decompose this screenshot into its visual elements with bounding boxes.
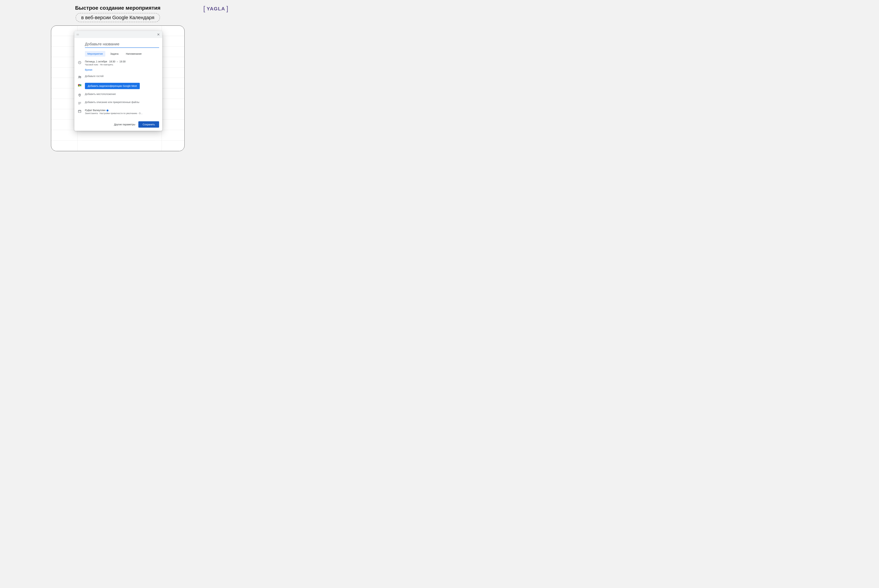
svg-point-4 <box>80 76 81 77</box>
guests-placeholder: Добавьте гостей <box>85 75 159 78</box>
location-icon <box>78 93 82 97</box>
tab-reminder[interactable]: Напоминание <box>123 51 144 57</box>
brand-logo: [ YAGLA ] <box>203 5 228 12</box>
calendar-settings-text: Занят/занята · Настройки приватности по … <box>85 112 152 115</box>
close-icon[interactable] <box>157 33 160 36</box>
svg-rect-7 <box>78 85 79 86</box>
screenshot-frame: Мероприятие Задача Напоминание Пятница, … <box>51 26 184 151</box>
guests-row[interactable]: Добавьте гостей <box>78 75 159 79</box>
svg-point-3 <box>79 76 80 77</box>
calendar-color-dot <box>106 110 108 111</box>
page-headline: Быстрое создание мероприятия в веб-верси… <box>0 0 236 22</box>
location-placeholder: Добавить местоположение <box>85 93 159 96</box>
find-time-link[interactable]: Время <box>85 68 159 71</box>
popup-footer: Другие параметры Сохранить <box>74 117 162 131</box>
quick-create-popup: Мероприятие Задача Напоминание Пятница, … <box>74 31 162 131</box>
svg-rect-14 <box>78 110 81 112</box>
datetime-subtext: Часовой пояс · Не повторять <box>85 63 159 66</box>
datetime-line: Пятница, 1 октября 18:30 – 19:30 <box>85 60 159 63</box>
description-row[interactable]: Добавить описание или прикрепленные файл… <box>78 101 159 105</box>
calendar-icon <box>78 109 82 113</box>
headline-subtitle-pill: в веб-версии Google Календаря <box>76 13 160 22</box>
popup-header <box>74 31 162 38</box>
calendar-row[interactable]: Руфат Валиуллин Занят/занята · Настройки… <box>78 109 159 115</box>
save-button[interactable]: Сохранить <box>138 121 159 128</box>
description-placeholder: Добавить описание или прикрепленные файл… <box>85 101 159 104</box>
google-meet-icon <box>78 83 82 87</box>
svg-marker-9 <box>80 84 81 87</box>
drag-handle-icon[interactable] <box>76 34 79 35</box>
event-type-tabs: Мероприятие Задача Напоминание <box>85 51 159 57</box>
event-title-input[interactable] <box>85 41 159 48</box>
svg-point-10 <box>79 94 80 95</box>
tab-task[interactable]: Задача <box>108 51 121 57</box>
add-google-meet-button[interactable]: Добавить видеоконференцию Google Meet <box>85 83 140 89</box>
people-icon <box>78 75 82 79</box>
headline-title: Быстрое создание мероприятия <box>0 5 236 11</box>
location-row[interactable]: Добавить местоположение <box>78 93 159 97</box>
datetime-row[interactable]: Пятница, 1 октября 18:30 – 19:30 Часовой… <box>78 60 159 66</box>
description-icon <box>78 101 82 105</box>
clock-icon <box>78 60 82 65</box>
tab-event[interactable]: Мероприятие <box>85 51 105 57</box>
calendar-owner: Руфат Валиуллин <box>85 109 159 112</box>
more-options-button[interactable]: Другие параметры <box>114 123 135 126</box>
svg-rect-8 <box>79 84 80 85</box>
